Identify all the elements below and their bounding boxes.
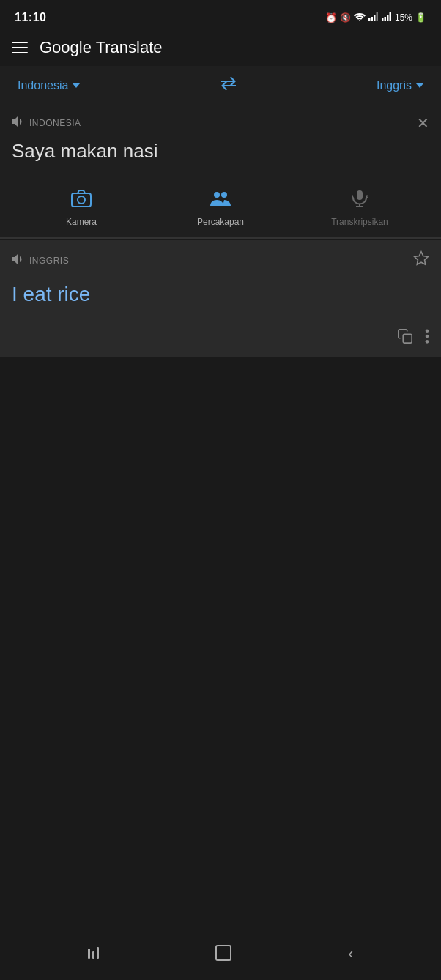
source-lang-label: INDONESIA xyxy=(29,118,81,128)
source-speaker-icon[interactable] xyxy=(12,116,25,130)
bottom-nav: ‹ xyxy=(0,929,441,980)
recent-apps-button[interactable] xyxy=(79,943,108,963)
svg-rect-13 xyxy=(357,190,363,200)
svg-rect-1 xyxy=(368,18,371,21)
svg-point-12 xyxy=(221,192,227,198)
signal2-icon xyxy=(382,12,392,23)
svg-rect-5 xyxy=(382,18,384,21)
translated-text: I eat rice xyxy=(12,278,429,322)
recent-apps-icon xyxy=(88,947,99,959)
back-button[interactable]: ‹ xyxy=(340,940,363,966)
svg-point-0 xyxy=(359,20,360,21)
transcribe-label: Transkripsikan xyxy=(331,217,388,227)
status-icons: ⏰ 🔇 xyxy=(325,12,426,23)
app-bar: Google Translate xyxy=(0,32,441,66)
action-buttons-row: Kamera Percakapan Transkr xyxy=(0,179,441,239)
battery-icon: 🔋 xyxy=(415,12,426,23)
status-bar: 11:10 ⏰ 🔇 xyxy=(0,0,441,32)
svg-rect-2 xyxy=(371,17,373,21)
svg-rect-3 xyxy=(374,15,376,21)
svg-point-11 xyxy=(214,192,220,198)
svg-rect-7 xyxy=(387,15,389,21)
output-panel-header: INGGRIS xyxy=(12,250,429,271)
target-language-button[interactable]: Inggris xyxy=(377,79,423,92)
svg-point-20 xyxy=(426,340,429,344)
svg-marker-16 xyxy=(415,252,428,264)
bar2 xyxy=(92,951,94,959)
hamburger-line xyxy=(12,52,28,53)
language-bar: Indonesia Inggris xyxy=(0,66,441,105)
output-panel: INGGRIS I eat rice xyxy=(0,240,441,357)
svg-point-18 xyxy=(426,330,429,333)
target-language-label: Inggris xyxy=(377,79,412,92)
alarm-icon: ⏰ xyxy=(325,12,337,23)
hamburger-line xyxy=(12,42,28,43)
main-content xyxy=(0,357,441,929)
svg-rect-9 xyxy=(72,193,91,207)
home-button[interactable] xyxy=(207,940,240,965)
svg-rect-17 xyxy=(403,334,412,343)
camera-button[interactable]: Kamera xyxy=(12,190,151,227)
app-title: Google Translate xyxy=(40,38,163,57)
bar3 xyxy=(97,947,99,959)
source-panel-header: INDONESIA ✕ xyxy=(12,116,429,130)
copy-button[interactable] xyxy=(397,328,413,348)
output-speaker-icon[interactable] xyxy=(12,253,25,268)
svg-point-10 xyxy=(78,196,85,204)
source-lang-dropdown-icon xyxy=(73,83,80,88)
wifi-icon xyxy=(354,12,366,23)
source-panel: INDONESIA ✕ Saya makan nasi xyxy=(0,105,441,179)
bar1 xyxy=(88,949,90,959)
source-lang-display: INDONESIA xyxy=(12,116,81,130)
svg-rect-8 xyxy=(389,12,391,21)
output-lang-display: INGGRIS xyxy=(12,253,69,268)
svg-rect-6 xyxy=(384,17,386,21)
favorite-button[interactable] xyxy=(413,250,429,271)
target-lang-dropdown-icon xyxy=(416,83,423,88)
output-lang-label: INGGRIS xyxy=(29,256,69,266)
back-icon: ‹ xyxy=(349,945,354,961)
hamburger-menu-button[interactable] xyxy=(12,42,28,53)
conversation-label: Percakapan xyxy=(197,217,244,227)
source-language-button[interactable]: Indonesia xyxy=(18,79,80,92)
source-language-label: Indonesia xyxy=(18,79,68,92)
output-action-buttons xyxy=(12,322,429,348)
mic-wave-icon xyxy=(350,190,369,212)
conversation-button[interactable]: Percakapan xyxy=(151,190,290,227)
home-icon xyxy=(215,945,231,961)
transcribe-button[interactable]: Transkripsikan xyxy=(290,190,429,227)
svg-point-19 xyxy=(426,335,429,338)
signal1-icon xyxy=(368,12,379,23)
more-options-button[interactable] xyxy=(425,328,429,348)
svg-rect-4 xyxy=(376,12,378,21)
camera-icon xyxy=(71,190,92,212)
mute-icon: 🔇 xyxy=(340,12,351,23)
camera-label: Kamera xyxy=(66,217,97,227)
close-source-button[interactable]: ✕ xyxy=(417,116,429,130)
status-time: 11:10 xyxy=(15,11,46,24)
hamburger-line xyxy=(12,47,28,48)
swap-languages-button[interactable] xyxy=(215,73,242,97)
battery-text: 15% xyxy=(395,12,412,23)
source-text[interactable]: Saya makan nasi xyxy=(12,136,429,170)
people-icon xyxy=(210,190,231,212)
